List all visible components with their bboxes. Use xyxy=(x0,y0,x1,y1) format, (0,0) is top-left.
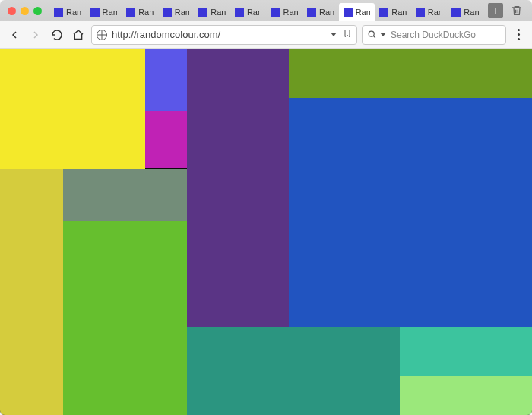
tab-label: Rand xyxy=(391,8,407,17)
tab[interactable]: Rand xyxy=(375,3,411,21)
tab[interactable]: Rand xyxy=(302,3,339,21)
tab-favicon xyxy=(416,8,425,17)
colour-tile xyxy=(63,169,187,220)
tab-label: Rand xyxy=(211,8,226,17)
tab-favicon xyxy=(54,8,63,17)
tab-label: Rand xyxy=(247,8,262,17)
window-close-button[interactable] xyxy=(8,7,16,15)
tab-label: Rand xyxy=(428,8,443,17)
tab-favicon xyxy=(451,8,461,17)
back-button[interactable] xyxy=(6,27,23,43)
tab-favicon xyxy=(344,8,353,17)
search-bar[interactable] xyxy=(362,25,506,45)
svg-line-1 xyxy=(373,36,375,38)
tab-label: Rand xyxy=(175,8,190,17)
tab[interactable]: Rand xyxy=(194,3,230,21)
home-button[interactable] xyxy=(70,27,87,43)
tabs-container: RandRandRandRandRandRandRandRandRandRand… xyxy=(49,0,483,21)
tab[interactable]: Rand xyxy=(158,3,195,21)
tab-label: Rand xyxy=(103,8,118,17)
tab[interactable]: Rand xyxy=(266,3,302,21)
url-history-dropdown[interactable] xyxy=(331,33,337,36)
tab-favicon xyxy=(163,8,172,17)
tab-label: Rand xyxy=(66,8,81,17)
page-viewport xyxy=(0,49,532,415)
tab[interactable]: Rand xyxy=(411,3,448,21)
search-engine-dropdown[interactable] xyxy=(380,33,386,36)
tab-strip: RandRandRandRandRandRandRandRandRandRand… xyxy=(0,0,532,21)
tab-favicon xyxy=(90,8,100,17)
new-tab-button[interactable]: + xyxy=(488,3,503,18)
search-input[interactable] xyxy=(391,30,505,40)
tab[interactable]: Rand xyxy=(230,3,267,21)
tab-label: Rand xyxy=(319,8,334,17)
site-identity-icon[interactable] xyxy=(97,30,107,40)
tab-label: Rand xyxy=(138,8,154,17)
url-actions xyxy=(331,28,352,42)
tab-favicon xyxy=(198,8,207,17)
forward-button[interactable] xyxy=(27,27,44,43)
tab-label: Rand xyxy=(283,8,298,17)
tab-favicon xyxy=(307,8,316,17)
tab[interactable]: Rand xyxy=(339,3,375,21)
svg-point-0 xyxy=(369,31,374,36)
tab[interactable]: Rand xyxy=(122,3,158,21)
colour-tile xyxy=(289,49,532,98)
colour-tile xyxy=(0,49,145,169)
tab-favicon xyxy=(126,8,135,17)
tab[interactable]: Rand xyxy=(49,3,86,21)
colour-tile xyxy=(63,221,187,415)
colour-tile xyxy=(400,376,532,415)
reload-button[interactable] xyxy=(49,27,65,43)
colour-tile xyxy=(0,169,63,415)
url-input[interactable] xyxy=(112,29,326,40)
tab-label: Rand xyxy=(464,8,479,17)
colour-tile xyxy=(145,49,187,111)
window-minimize-button[interactable] xyxy=(21,7,29,15)
tab-favicon xyxy=(379,8,388,17)
tab-trash-button[interactable] xyxy=(508,2,526,20)
colour-tile xyxy=(289,98,532,327)
colour-tile xyxy=(400,327,532,376)
overflow-menu-button[interactable] xyxy=(511,25,526,45)
tab[interactable]: Rand xyxy=(86,3,122,21)
tab[interactable]: Rand xyxy=(447,3,483,21)
search-icon xyxy=(367,30,377,40)
tab-favicon xyxy=(235,8,244,17)
colour-tile xyxy=(187,49,289,327)
window-maximize-button[interactable] xyxy=(33,7,42,15)
colour-tile xyxy=(145,111,187,168)
bookmark-icon[interactable] xyxy=(343,28,352,42)
window-controls xyxy=(3,7,48,15)
address-bar[interactable] xyxy=(91,25,357,45)
tab-label: Rand xyxy=(356,8,371,17)
tab-favicon xyxy=(271,8,280,17)
colour-tile xyxy=(187,327,401,415)
toolbar xyxy=(0,21,532,49)
